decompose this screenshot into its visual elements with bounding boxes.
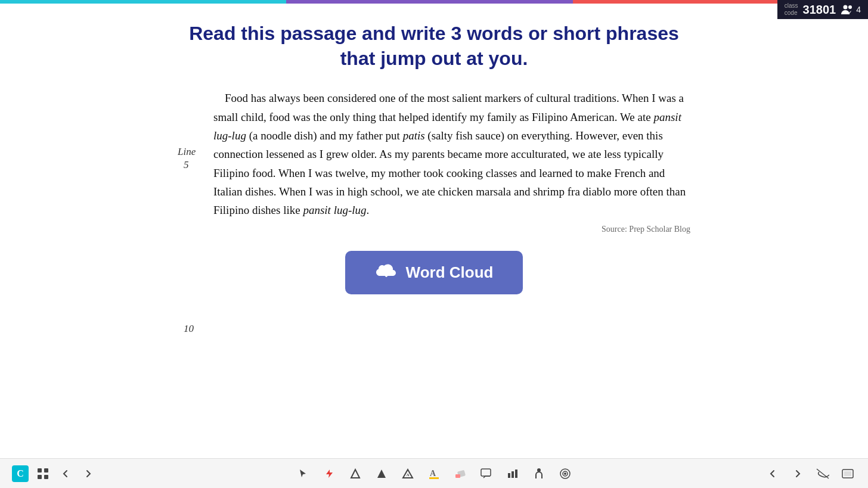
class-code-label: classcode xyxy=(785,2,798,17)
bottom-toolbar: C A A xyxy=(0,458,868,488)
main-content: Read this passage and write 3 words or s… xyxy=(0,4,868,458)
line-label: Line xyxy=(178,146,196,158)
word-cloud-button[interactable]: Word Cloud xyxy=(345,251,523,294)
passage-container: Line 5 10 Food has always been considere… xyxy=(166,89,702,234)
word-cloud-icon xyxy=(375,262,398,284)
target-tool[interactable] xyxy=(557,465,574,482)
svg-rect-14 xyxy=(481,469,491,476)
chart-tool[interactable] xyxy=(504,465,521,482)
nav-forward-button[interactable] xyxy=(789,465,806,482)
grid-button[interactable] xyxy=(35,465,51,482)
line-number-5: 5 xyxy=(184,159,189,171)
participant-number: 4 xyxy=(856,5,861,14)
comment-tool[interactable] xyxy=(478,465,495,482)
svg-point-3 xyxy=(388,270,390,272)
svg-rect-5 xyxy=(38,468,42,473)
svg-rect-16 xyxy=(512,471,514,478)
toolbar-right xyxy=(764,465,856,482)
eraser-tool[interactable] xyxy=(452,465,469,482)
back-button[interactable] xyxy=(57,465,74,482)
fullscreen-button[interactable] xyxy=(839,465,856,482)
participants-count: 4 xyxy=(841,4,861,15)
svg-rect-7 xyxy=(38,475,42,479)
home-button[interactable]: C xyxy=(12,465,29,482)
toolbar-left: C xyxy=(12,465,97,482)
page-title: Read this passage and write 3 words or s… xyxy=(189,21,679,71)
forward-button[interactable] xyxy=(80,465,97,482)
triangle-outline-tool[interactable] xyxy=(347,465,364,482)
svg-rect-13 xyxy=(455,474,460,478)
svg-rect-15 xyxy=(508,473,510,478)
svg-rect-11 xyxy=(429,477,439,479)
line-number-10: 10 xyxy=(184,323,194,335)
nav-back-button[interactable] xyxy=(764,465,781,482)
highlight-tool[interactable]: A xyxy=(426,465,442,482)
eye-off-button[interactable] xyxy=(814,465,831,482)
figure-tool[interactable] xyxy=(531,465,547,482)
svg-point-4 xyxy=(385,268,388,271)
svg-rect-17 xyxy=(515,470,517,478)
svg-text:A: A xyxy=(406,473,409,477)
line-text: Line xyxy=(178,146,196,158)
class-code-box: classcode 31801 4 xyxy=(777,0,868,19)
cursor-tool[interactable] xyxy=(294,465,311,482)
svg-point-0 xyxy=(844,5,848,10)
toolbar-center: A A xyxy=(294,465,574,482)
svg-point-2 xyxy=(382,270,384,272)
source-line: Source: Prep Scholar Blog xyxy=(166,225,702,234)
word-cloud-label: Word Cloud xyxy=(406,263,494,282)
svg-point-21 xyxy=(564,473,566,475)
svg-point-1 xyxy=(848,5,852,9)
svg-rect-6 xyxy=(44,468,48,473)
svg-rect-8 xyxy=(44,475,48,479)
people-icon xyxy=(841,4,854,15)
passage-text: Food has always been considered one of t… xyxy=(166,89,702,219)
triangle-filled-tool[interactable] xyxy=(373,465,390,482)
svg-rect-23 xyxy=(844,471,851,476)
svg-text:A: A xyxy=(430,469,436,478)
cloud-svg-icon xyxy=(375,262,398,279)
triangle-a-tool[interactable]: A xyxy=(399,465,416,482)
class-code-number: 31801 xyxy=(803,3,836,17)
lightning-tool[interactable] xyxy=(321,465,337,482)
